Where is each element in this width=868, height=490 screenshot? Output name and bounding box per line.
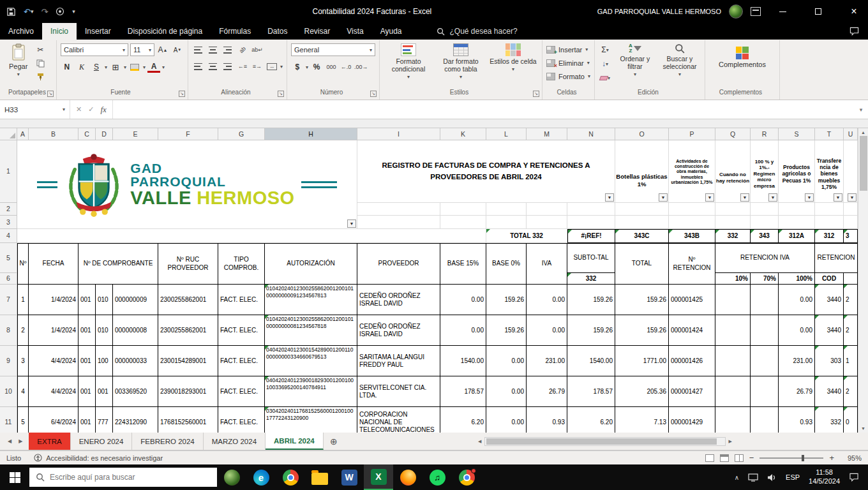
cell-L10[interactable]: 0.00	[486, 376, 527, 407]
dialog-launcher-icon[interactable]: ↘	[533, 91, 539, 97]
cell-cat-transferencia[interactable]: Transferencia de bienes muebles 1,75%▼	[815, 140, 844, 203]
clear-button[interactable]: ▾	[599, 72, 611, 84]
cell-logo[interactable]: GAD PARROQUIAL VALLE HERMOSO ▼	[17, 140, 357, 229]
column-header-L[interactable]: L	[486, 128, 527, 140]
redo-button[interactable]: ↷	[41, 7, 48, 17]
cell-Q9[interactable]	[715, 346, 751, 376]
cell-E9[interactable]: 000000033	[113, 346, 158, 376]
column-header-A[interactable]: A	[17, 128, 29, 140]
cell-B10[interactable]: 4/4/2024	[29, 376, 79, 407]
column-header-G[interactable]: G	[218, 128, 265, 140]
select-all-corner[interactable]	[0, 128, 17, 140]
cell-F10[interactable]: 2390018293001	[158, 376, 218, 407]
cell-I8[interactable]: CEDEÑO ORDOÑEZ ISRAEL DAVID	[357, 315, 440, 346]
tab-disposicion[interactable]: Disposición de página	[119, 23, 211, 40]
horizontal-scroll-thumb[interactable]	[486, 438, 716, 445]
filter-dropdown-icon[interactable]: ▼	[768, 193, 777, 202]
copy-button[interactable]	[34, 57, 47, 69]
cell-C9[interactable]: 001	[79, 346, 96, 376]
row-header-7[interactable]: 7	[0, 285, 17, 315]
cell-P11[interactable]: 000001429	[669, 407, 715, 433]
cell-M8[interactable]: 0.00	[527, 315, 567, 346]
taskbar-app-firefox[interactable]	[393, 464, 423, 490]
cell[interactable]	[440, 203, 486, 216]
cell[interactable]	[486, 203, 527, 216]
cell[interactable]	[440, 216, 486, 229]
insert-cells-button[interactable]: + Insertar▾	[546, 43, 588, 56]
column-header-I[interactable]: I	[357, 128, 440, 140]
filter-dropdown-icon[interactable]: ▼	[805, 193, 814, 202]
tab-revisar[interactable]: Revisar	[296, 23, 339, 40]
cell-B7[interactable]: 1/4/2024	[29, 285, 79, 315]
cell-T10[interactable]: 3440	[815, 376, 844, 407]
format-painter-button[interactable]	[34, 71, 47, 82]
align-middle-button[interactable]	[207, 44, 220, 56]
cell[interactable]	[844, 273, 858, 285]
cell[interactable]	[779, 203, 815, 216]
cell[interactable]	[844, 216, 858, 229]
column-header-Q[interactable]: Q	[715, 128, 751, 140]
filter-dropdown-icon[interactable]: ▼	[659, 193, 668, 202]
vertical-scroll-thumb[interactable]	[860, 136, 867, 191]
taskbar-app-edge[interactable]: e	[246, 464, 276, 490]
ribbon-display-options-icon[interactable]	[751, 7, 761, 16]
cell-O8[interactable]: 159.26	[615, 315, 669, 346]
row-header-8[interactable]: 8	[0, 315, 17, 346]
tab-archivo[interactable]: Archivo	[0, 23, 42, 40]
cell-cat-botellas[interactable]: Botellas plásticas 1%▼	[615, 140, 669, 203]
cell-C11[interactable]: 001	[79, 407, 96, 433]
autosum-button[interactable]: Σ▾	[599, 44, 611, 56]
borders-button[interactable]: ⊞	[109, 61, 122, 73]
cell-E11[interactable]: 224312090	[113, 407, 158, 433]
hidden-icons-caret[interactable]: ∧	[735, 474, 739, 481]
header-retencion-2[interactable]: RETENCION	[815, 243, 858, 273]
cell-styles-button[interactable]: Estilos de celda ▾	[488, 43, 538, 72]
column-header-T[interactable]: T	[815, 128, 844, 140]
cell-S9[interactable]: 231.00	[779, 346, 815, 376]
cell-cat-construccion[interactable]: Actividades de construcción de obra mate…	[669, 140, 715, 203]
cell-C7[interactable]: 001	[79, 285, 96, 315]
sheet-tab-extra[interactable]: EXTRA	[29, 433, 70, 450]
cell-O7[interactable]: 159.26	[615, 285, 669, 315]
shrink-font-button[interactable]: A▼	[171, 44, 184, 56]
cell-G10[interactable]: FACT. ELEC.	[218, 376, 265, 407]
cell-C10[interactable]: 001	[79, 376, 96, 407]
increase-indent-button[interactable]: ≡→	[251, 61, 264, 72]
cell-code-343B[interactable]: 343B	[669, 229, 715, 243]
column-header-S[interactable]: S	[779, 128, 815, 140]
cell[interactable]	[715, 203, 751, 216]
cell-Q11[interactable]	[715, 407, 751, 433]
dialog-launcher-icon[interactable]: ↘	[47, 91, 54, 97]
header-tipo[interactable]: TIPO COMPROB.	[218, 243, 265, 285]
cell[interactable]	[779, 216, 815, 229]
row-header-10[interactable]: 10	[0, 376, 17, 407]
comma-style-button[interactable]: 000	[325, 61, 338, 73]
cell-S7[interactable]: 0.00	[779, 285, 815, 315]
cell-K11[interactable]: 6.20	[440, 407, 486, 433]
cell-M7[interactable]: 0.00	[527, 285, 567, 315]
column-header-N[interactable]: N	[567, 128, 615, 140]
row-header-6[interactable]: 6	[0, 273, 17, 285]
confirm-entry-icon[interactable]: ✓	[88, 105, 94, 114]
header-retencion-iva[interactable]: RETENCION IVA	[715, 243, 815, 273]
taskbar-app-explorer[interactable]	[305, 464, 334, 490]
cell-G8[interactable]: FACT. ELEC.	[218, 315, 265, 346]
minimize-button[interactable]	[768, 0, 797, 23]
cell-S10[interactable]: 26.79	[779, 376, 815, 407]
cell-A11[interactable]: 5	[17, 407, 29, 433]
sheet-tab-febrero[interactable]: FEBRERO 2024	[132, 433, 203, 450]
header-fecha[interactable]: FECHA	[29, 243, 79, 285]
merge-center-button[interactable]: ↔	[266, 61, 278, 72]
speaker-icon[interactable]	[767, 473, 777, 482]
cell-H10[interactable]: 0404202401239001829300120010010033695200…	[265, 376, 357, 407]
cell-A7[interactable]: 1	[17, 285, 29, 315]
cell-Q7[interactable]	[715, 285, 751, 315]
filter-dropdown-icon[interactable]: ▼	[740, 193, 749, 202]
new-sheet-button[interactable]: ⊕	[324, 433, 344, 450]
row-header-11[interactable]: 11	[0, 407, 17, 433]
column-header-O[interactable]: O	[615, 128, 669, 140]
vertical-scrollbar[interactable]: ▲ ▼	[858, 128, 868, 433]
fill-button[interactable]: ↓▾	[599, 58, 611, 70]
expand-formula-bar-icon[interactable]: ▾	[854, 100, 868, 119]
cell-F8[interactable]: 2300255862001	[158, 315, 218, 346]
